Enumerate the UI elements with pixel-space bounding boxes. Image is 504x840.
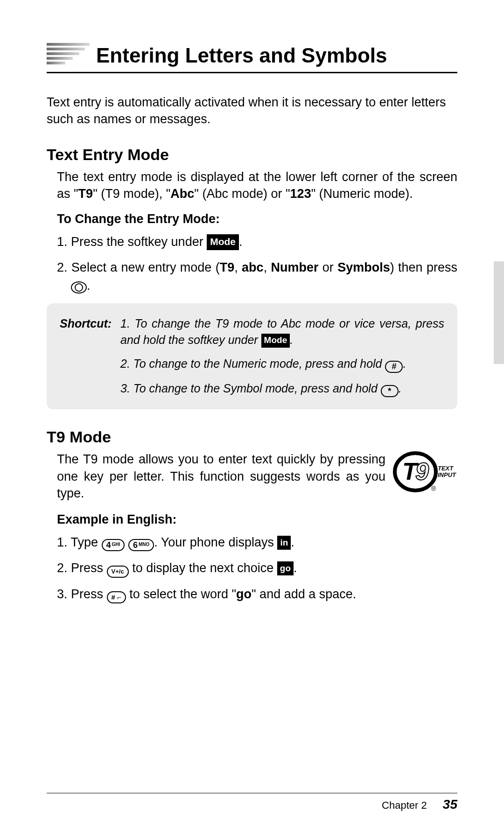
display-badge: go [277,561,294,576]
chapter-label: Chapter 2 [382,799,427,811]
change-mode-step-1: 1. Press the softkey under Mode. [57,233,457,251]
svg-text:9: 9 [415,458,429,485]
example-heading: Example in English: [57,512,457,527]
title-rule [47,72,457,73]
change-mode-step-2: 2. Select a new entry mode (T9, abc, Num… [57,259,457,295]
svg-text:TEXT: TEXT [438,465,454,472]
t9-paragraph: The T9 mode allows you to enter text qui… [57,451,385,502]
t9-logo-icon: T 9 TEXT INPUT ® [392,451,457,493]
title-row: Entering Letters and Symbols [47,43,457,67]
example-step-3: 3. Press # ⌐ to select the word "go" and… [57,585,457,603]
page-number: 35 [443,797,457,812]
shortcut-box: Shortcut: 1. To change the T9 mode to Ab… [47,303,457,409]
key-vc-icon: V+/c [107,566,129,578]
text-entry-heading: Text Entry Mode [47,146,457,164]
ok-button-icon [71,281,87,294]
shortcut-label: Shortcut: [60,315,120,348]
svg-text:INPUT: INPUT [438,471,456,478]
key-4-icon: 4GHI [102,539,125,551]
change-mode-heading: To Change the Entry Mode: [57,212,457,226]
shortcut-item-2: 2. To change to the Numeric mode, press … [120,356,444,373]
shortcut-item-1: 1. To change the T9 mode to Abc mode or … [120,315,444,348]
hash-key-icon: # [385,361,403,373]
mode-badge: Mode [261,334,290,348]
text-entry-paragraph: The text entry mode is displayed at the … [57,168,457,203]
example-step-2: 2. Press V+/c to display the next choice… [57,559,457,578]
page-footer: Chapter 2 35 [47,793,457,812]
display-badge: in [277,536,291,550]
example-step-1: 1. Type 4GHI 6MNO. Your phone displays i… [57,533,457,552]
footer-rule [47,793,457,793]
page-title: Entering Letters and Symbols [96,44,387,67]
intro-paragraph: Text entry is automatically activated wh… [47,94,457,128]
t9-heading: T9 Mode [47,428,457,446]
header-stripes-icon [47,43,90,67]
shortcut-item-3: 3. To change to the Symbol mode, press a… [120,380,444,398]
key-6-icon: 6MNO [128,539,154,551]
mode-badge: Mode [207,234,239,250]
page-content: Entering Letters and Symbols Text entry … [0,0,504,603]
svg-text:®: ® [431,485,436,492]
star-key-icon: * [381,385,399,397]
key-hash-space-icon: # ⌐ [107,591,126,603]
